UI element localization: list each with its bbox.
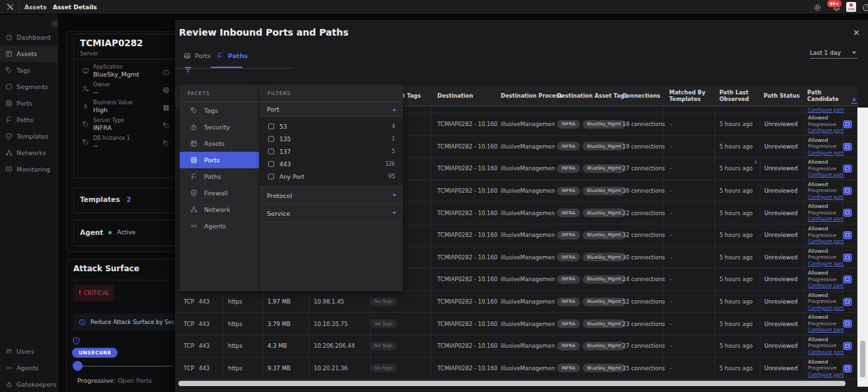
configure-port-link[interactable]: Configure port (808, 238, 844, 245)
facet-firewall[interactable]: Firewall (180, 185, 259, 201)
col-path-last-observed[interactable]: Path Last Observed (719, 89, 754, 102)
checkbox[interactable] (268, 174, 274, 180)
checkbox[interactable] (268, 148, 274, 154)
tab-ports[interactable]: Ports (184, 52, 211, 59)
sidebar-item-networks[interactable]: Networks (0, 145, 58, 161)
cell-matched-by-templates: - (670, 136, 672, 158)
configure-port-link[interactable]: Configure port (808, 349, 844, 356)
sidebar-item-users[interactable]: Users (0, 343, 58, 360)
configure-port-link[interactable]: Configure port (808, 172, 844, 178)
recommendation-icon[interactable] (843, 114, 852, 135)
cell-port: 443 (199, 313, 209, 335)
recommendation-icon[interactable] (843, 224, 852, 246)
checkbox[interactable] (268, 136, 274, 142)
filter-icon[interactable] (184, 66, 192, 73)
facet-assets[interactable]: Assets (180, 135, 259, 152)
col-destination[interactable]: Destination (437, 92, 473, 99)
configure-port-link[interactable]: Configure port (808, 127, 844, 134)
configure-port-link[interactable]: Configure port (808, 261, 844, 267)
sort-descending-icon[interactable] (752, 158, 759, 165)
sidebar-collapse-button[interactable]: ‹ (52, 20, 58, 27)
help-icon[interactable]: ? (862, 3, 868, 12)
facet-ports[interactable]: Ports (180, 152, 259, 168)
sidebar-item-segments[interactable]: Segments (0, 79, 58, 95)
configure-port-link[interactable]: Configure port (808, 372, 844, 378)
configure-port-link[interactable]: Configure port (808, 327, 844, 333)
filter-option-443[interactable]: 443 12k (260, 158, 403, 170)
col-path-status[interactable]: Path Status (764, 92, 800, 99)
facet-icon (190, 156, 198, 164)
time-range-select[interactable]: Last 1 day (810, 48, 857, 59)
horizontal-scrollbar-thumb[interactable] (178, 381, 846, 386)
filters-panel: FILTERS Port 53 4 135 1 (259, 84, 403, 291)
col-path-candidate-status[interactable]: Path Candidate Status (807, 89, 846, 103)
col-matched-by-templates[interactable]: Matched By Templates (669, 89, 714, 102)
tab-paths[interactable]: Paths (217, 52, 248, 59)
filter-section-service[interactable]: Service (260, 205, 403, 222)
option-count: 4 (392, 123, 395, 129)
vertical-scrollbar-thumb[interactable] (860, 341, 865, 377)
policy-slider-knob[interactable] (73, 361, 83, 371)
col-connections[interactable]: Connections (622, 92, 661, 99)
no-tags-pill: No Tags (370, 319, 397, 328)
facet-security[interactable]: Security (180, 119, 259, 135)
recommendation-icon[interactable] (843, 291, 852, 313)
facet-agents[interactable]: Agents (180, 218, 259, 234)
user-avatar[interactable] (846, 2, 856, 12)
configure-port-link[interactable]: Configure port (808, 107, 844, 113)
sidebar-item-assets[interactable]: Assets (0, 46, 58, 62)
filter-option-135[interactable]: 135 1 (260, 133, 403, 145)
facet-tags[interactable]: Tags (180, 102, 259, 119)
sidebar-item-agents[interactable]: Agents (0, 360, 58, 376)
sidebar-item-templates[interactable]: Templates (0, 128, 58, 145)
facet-network[interactable]: Network (180, 201, 259, 218)
sidebar-item-paths[interactable]: Paths (0, 112, 58, 128)
bluesky-tag-pill: BlueSky_Mgmt (583, 298, 626, 306)
recommendation-icon[interactable] (843, 158, 852, 180)
recommendation-icon[interactable] (843, 358, 852, 379)
recommendation-icon[interactable] (843, 313, 852, 335)
configure-port-link[interactable]: Configure port (808, 305, 844, 311)
recommendation-icon[interactable] (843, 136, 852, 158)
export-download-icon[interactable] (850, 96, 859, 105)
sidebar-item-monitoring[interactable]: Monitoring (0, 161, 58, 178)
col-destination-process[interactable]: Destination Process (501, 92, 562, 99)
configure-port-link[interactable]: Configure port (808, 282, 844, 289)
close-icon[interactable]: ✕ (853, 28, 860, 38)
recommendation-icon[interactable] (843, 335, 852, 357)
filter-option-137[interactable]: 137 5 (260, 145, 403, 158)
settings-gear-icon[interactable] (813, 3, 822, 12)
cell-source-tags: No Tags (370, 358, 397, 379)
table-row[interactable]: TCP 443 https 9.37 MB 10.20.21.36 No Tag… (175, 358, 857, 380)
table-row[interactable]: TCP 443 https 3.79 MB 10.10.35.75 No Tag… (175, 313, 857, 335)
sidebar-item-tags[interactable]: Tags (0, 62, 58, 79)
filter-section-port[interactable]: Port (260, 102, 403, 116)
checkbox[interactable] (268, 123, 274, 129)
recommendation-icon[interactable] (843, 202, 852, 224)
filter-option-53[interactable]: 53 4 (260, 120, 403, 133)
checkbox[interactable] (268, 161, 274, 167)
table-row[interactable]: TCP 443 https 1.97 MB 10.98.1.45 No Tags… (175, 291, 857, 313)
recommendation-icon[interactable] (843, 269, 852, 290)
filter-section-protocol[interactable]: Protocol (260, 187, 403, 205)
facet-paths[interactable]: Paths (180, 168, 259, 185)
breadcrumb-assets[interactable]: Assets (24, 4, 46, 11)
recommendation-icon[interactable] (843, 247, 852, 269)
app-logo-icon[interactable] (6, 3, 15, 11)
col-destination-asset-tags[interactable]: Destination Asset Tags (557, 92, 628, 99)
cell-path-last-observed: 5 hours ago (719, 247, 753, 269)
sidebar-item-dashboard[interactable]: Dashboard (0, 29, 58, 46)
sidebar-item-gatekeepers[interactable]: Gatekeepers (0, 376, 58, 392)
recommendation-icon[interactable] (843, 180, 852, 202)
configure-port-link[interactable]: Configure port (808, 194, 844, 201)
facet-label: Firewall (204, 189, 228, 197)
policy-slider-track[interactable] (74, 366, 173, 367)
sidebar-item-icon (5, 50, 13, 57)
cell-destination-process: illusiveManagementSer (501, 247, 555, 269)
sidebar-item-ports[interactable]: Ports (0, 95, 58, 112)
configure-port-link[interactable]: Configure port (808, 216, 844, 222)
vertical-scrollbar[interactable] (857, 108, 868, 387)
table-row[interactable]: TCP 443 https 4.3 MB 10.206.206.44 No Ta… (175, 335, 857, 358)
filter-option-any-port[interactable]: Any Port 95 (260, 170, 403, 183)
configure-port-link[interactable]: Configure port (808, 150, 844, 156)
